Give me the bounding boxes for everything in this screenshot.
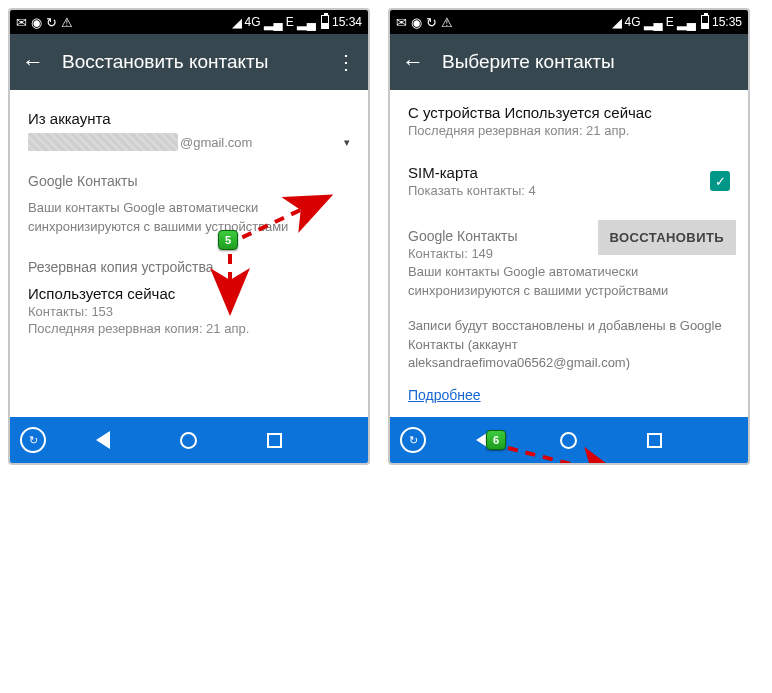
google-desc: Ваши контакты Google автоматически синхр… (28, 199, 350, 237)
content-area: С устройства Используется сейчас Последн… (390, 90, 748, 417)
backup-contacts: Контакты: 153 (28, 304, 350, 319)
warning-icon: ⚠ (61, 16, 73, 29)
nav-home-icon[interactable] (560, 432, 577, 449)
sim-checkbox[interactable]: ✓ (710, 171, 730, 191)
sim-title: SIM-карта (408, 164, 710, 181)
dropdown-caret-icon: ▾ (344, 136, 350, 149)
signal-icon: ▂▄ (264, 16, 283, 29)
backup-section-header: Резервная копия устройства (28, 259, 350, 275)
step-badge-6: 6 (486, 430, 506, 450)
back-icon[interactable]: ← (22, 49, 44, 75)
signal2-icon: ▂▄ (297, 16, 316, 29)
nav-recent-icon[interactable] (267, 433, 282, 448)
back-icon[interactable]: ← (402, 49, 424, 75)
more-link[interactable]: Подробнее (408, 387, 481, 403)
account-dropdown[interactable]: @gmail.com ▾ (28, 133, 350, 151)
wifi-icon: ◢ (612, 16, 622, 29)
phone-right: ✉ ◉ ↻ ⚠ ◢ 4G ▂▄ E ▂▄ 15:35 ← Выберите ко… (388, 8, 750, 465)
clock: 15:34 (332, 15, 362, 29)
network-e-label: E (666, 15, 674, 29)
step-badge-5: 5 (218, 230, 238, 250)
app-title: Выберите контакты (442, 51, 615, 73)
nav-back-icon[interactable] (96, 431, 110, 449)
google-section-header: Google Контакты (28, 173, 350, 189)
sync-icon: ↻ (46, 16, 57, 29)
account-label: Из аккаунта (28, 110, 350, 127)
backup-device-row[interactable]: Используется сейчас (28, 285, 350, 302)
network-label: 4G (245, 15, 261, 29)
signal2-icon: ▂▄ (677, 16, 696, 29)
warning-icon: ⚠ (441, 16, 453, 29)
status-bar: ✉ ◉ ↻ ⚠ ◢ 4G ▂▄ E ▂▄ 15:35 (390, 10, 748, 34)
restore-button[interactable]: ВОССТАНОВИТЬ (598, 220, 736, 255)
eye-icon: ◉ (411, 16, 422, 29)
status-bar: ✉ ◉ ↻ ⚠ ◢ 4G ▂▄ E ▂▄ 15:34 (10, 10, 368, 34)
whatsapp-icon: ✉ (16, 16, 27, 29)
account-redacted (28, 133, 178, 151)
network-label: 4G (625, 15, 641, 29)
nav-home-icon[interactable] (180, 432, 197, 449)
network-e-label: E (286, 15, 294, 29)
signal-icon: ▂▄ (644, 16, 663, 29)
restore-note: Записи будут восстановлены и добавлены в… (408, 317, 730, 374)
device-last: Последняя резервная копия: 21 апр. (408, 123, 730, 138)
app-title: Восстановить контакты (62, 51, 268, 73)
eye-icon: ◉ (31, 16, 42, 29)
clock: 15:35 (712, 15, 742, 29)
nav-bar: ↻ (10, 417, 368, 463)
phone-left: ✉ ◉ ↻ ⚠ ◢ 4G ▂▄ E ▂▄ 15:34 ← Восстановит… (8, 8, 370, 465)
sim-sub: Показать контакты: 4 (408, 183, 710, 198)
nav-recent-icon[interactable] (647, 433, 662, 448)
wifi-icon: ◢ (232, 16, 242, 29)
battery-icon (701, 15, 709, 29)
assist-icon[interactable]: ↻ (20, 427, 46, 453)
app-bar: ← Выберите контакты (390, 34, 748, 90)
content-area: Из аккаунта @gmail.com ▾ Google Контакты… (10, 90, 368, 417)
sync-icon: ↻ (426, 16, 437, 29)
backup-last: Последняя резервная копия: 21 апр. (28, 321, 350, 336)
nav-bar: ↻ (390, 417, 748, 463)
battery-icon (321, 15, 329, 29)
overflow-icon[interactable]: ⋮ (336, 50, 356, 74)
assist-icon[interactable]: ↻ (400, 427, 426, 453)
whatsapp-icon: ✉ (396, 16, 407, 29)
app-bar: ← Восстановить контакты ⋮ (10, 34, 368, 90)
google-desc: Ваши контакты Google автоматически синхр… (408, 263, 730, 301)
device-title: С устройства Используется сейчас (408, 104, 730, 121)
account-suffix: @gmail.com (180, 135, 252, 150)
sim-row[interactable]: SIM-карта Показать контакты: 4 ✓ (408, 164, 730, 198)
